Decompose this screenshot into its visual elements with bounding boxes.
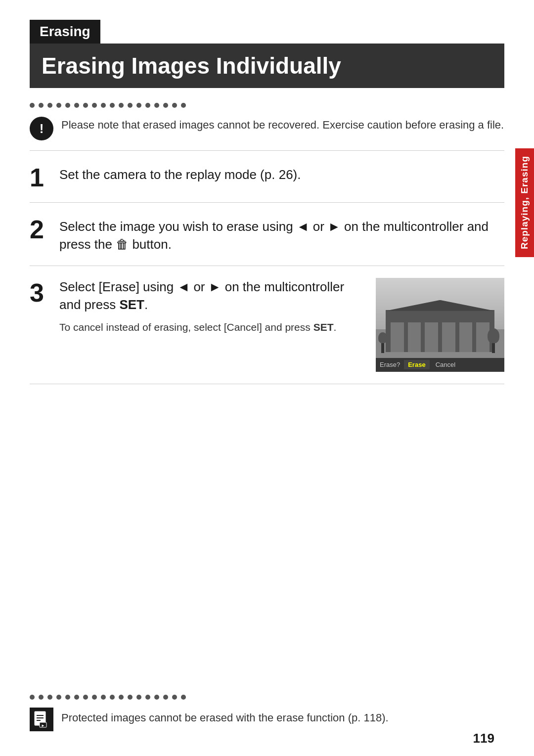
dot (30, 103, 35, 108)
note-icon: ► (30, 708, 53, 731)
tree-top (488, 328, 499, 343)
step-3-row: 3 Select [Erase] using ◄ or ► on the mul… (30, 266, 504, 384)
dot (110, 695, 115, 700)
erase-label: Erase? (380, 361, 400, 368)
note-box: ► Protected images cannot be erased with… (30, 708, 494, 731)
column (391, 322, 404, 352)
dot (83, 103, 88, 108)
tree-right (488, 328, 499, 353)
dot (74, 695, 79, 700)
dot (56, 695, 61, 700)
dot (92, 103, 97, 108)
step-2-number: 2 (30, 215, 59, 242)
dot (181, 103, 186, 108)
step-2-content: Select the image you wish to erase using… (59, 215, 504, 254)
dot (119, 103, 124, 108)
step-3-text-block: Select [Erase] using ◄ or ► on the multi… (59, 278, 366, 334)
dot (136, 695, 141, 700)
step-3-image-area: Erase? Erase Cancel (376, 278, 504, 372)
document-icon: ► (33, 711, 50, 728)
main-title-banner: Erasing Images Individually (30, 44, 504, 88)
warning-box: ! Please note that erased images cannot … (30, 116, 504, 151)
dot (92, 695, 97, 700)
dot (128, 103, 133, 108)
dot (136, 103, 141, 108)
dot (172, 695, 177, 700)
step-3-header: Select [Erase] using ◄ or ► on the multi… (59, 278, 504, 372)
step-1-content: Set the camera to the replay mode (p. 26… (59, 163, 504, 183)
camera-screen: Erase? Erase Cancel (376, 278, 504, 372)
dot (101, 103, 106, 108)
dot (101, 695, 106, 700)
dot (163, 695, 168, 700)
dot (145, 103, 150, 108)
step-1-row: 1 Set the camera to the replay mode (p. … (30, 151, 504, 203)
dot (128, 695, 133, 700)
dot (145, 695, 150, 700)
camera-menu-bar: Erase? Erase Cancel (376, 358, 504, 372)
column (408, 322, 421, 352)
column (442, 322, 455, 352)
dot (65, 695, 70, 700)
step-2-row: 2 Select the image you wish to erase usi… (30, 203, 504, 266)
dot (74, 103, 79, 108)
tree-top (378, 332, 387, 343)
tree-trunk (381, 343, 384, 353)
dot (119, 695, 124, 700)
top-dotted-separator (30, 103, 504, 108)
step-3-number: 3 (30, 278, 59, 306)
svg-text:►: ► (41, 723, 45, 728)
sidebar-tab-label: Replaying, Erasing (519, 156, 530, 249)
tag-label: Erasing (40, 24, 90, 39)
dot (39, 695, 44, 700)
step-3-left: Select [Erase] using ◄ or ► on the multi… (59, 278, 504, 372)
building (386, 310, 494, 352)
dot (154, 103, 159, 108)
dot (110, 103, 115, 108)
step-3-main-text: Select [Erase] using ◄ or ► on the multi… (59, 278, 366, 314)
dot (172, 103, 177, 108)
sidebar-tab: Replaying, Erasing (515, 148, 534, 257)
page-number: 119 (473, 731, 494, 746)
dot (56, 103, 61, 108)
step-1-number: 1 (30, 163, 59, 190)
bottom-section: ► Protected images cannot be erased with… (30, 695, 494, 731)
erase-item-highlighted: Erase (404, 360, 429, 369)
dot (30, 695, 35, 700)
column (459, 322, 473, 352)
section-tag: Erasing (30, 20, 100, 44)
page-title: Erasing Images Individually (42, 52, 492, 79)
page-container: Erasing Erasing Images Individually ! Pl… (0, 0, 534, 756)
note-text: Protected images cannot be erased with t… (61, 708, 389, 726)
dot (65, 103, 70, 108)
column (425, 322, 438, 352)
warning-icon: ! (30, 117, 53, 140)
dot (39, 103, 44, 108)
dot (83, 695, 88, 700)
cancel-item: Cancel (432, 360, 459, 369)
tree-left (378, 332, 387, 353)
bottom-dotted-separator (30, 695, 494, 700)
dot (47, 695, 52, 700)
dot (47, 103, 52, 108)
warning-text: Please note that erased images cannot be… (61, 116, 504, 133)
tree-trunk (492, 343, 495, 353)
dot (163, 103, 168, 108)
dot (154, 695, 159, 700)
exclamation-icon: ! (40, 121, 44, 136)
building-columns (391, 317, 490, 352)
step-3-sub-text: To cancel instead of erasing, select [Ca… (59, 320, 366, 334)
dot (181, 695, 186, 700)
